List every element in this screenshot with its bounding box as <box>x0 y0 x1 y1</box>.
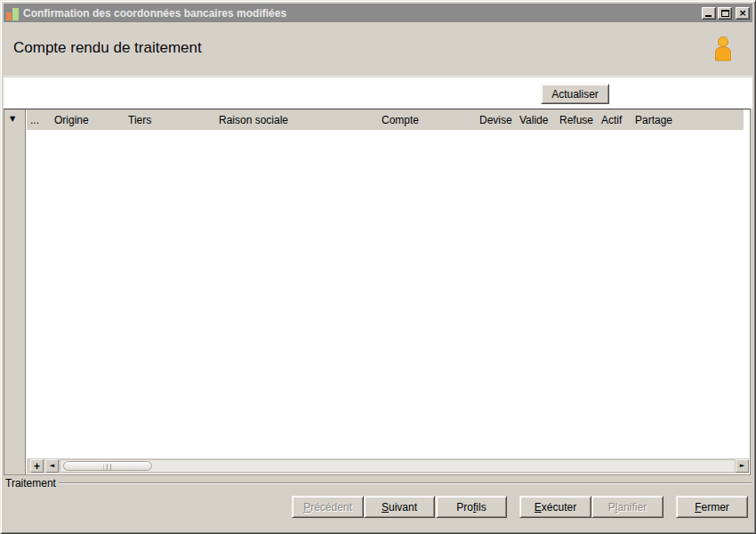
window-controls: × <box>702 7 750 20</box>
close-icon: × <box>738 8 746 18</box>
refresh-button[interactable]: Actualiser <box>541 84 609 104</box>
button-label: anifier <box>618 501 647 514</box>
dialog-window: Confirmation des coordonnées bancaires m… <box>0 0 756 534</box>
window-title: Confirmation des coordonnées bancaires m… <box>23 7 702 20</box>
column-header-origine[interactable]: Origine <box>54 114 89 126</box>
column-header-tiers[interactable]: Tiers <box>128 114 151 126</box>
scroll-right-button[interactable]: ► <box>736 459 749 473</box>
scroll-right-icon: ► <box>740 463 744 469</box>
minimize-icon <box>705 15 712 17</box>
maximize-button[interactable] <box>718 7 732 20</box>
column-header-compte[interactable]: Compte <box>382 114 419 126</box>
header-band: Compte rendu de traitement <box>4 22 752 77</box>
app-icon-orange-bar <box>6 12 12 20</box>
column-header-valide[interactable]: Valide <box>519 114 548 126</box>
traitement-group: Traitement <box>4 475 752 490</box>
button-label: ils <box>476 501 486 514</box>
column-header-raison-sociale[interactable]: Raison sociale <box>219 114 288 126</box>
titlebar: Confirmation des coordonnées bancaires m… <box>4 4 752 22</box>
page-title: Compte rendu de traitement <box>13 39 202 57</box>
button-label: P <box>608 501 615 514</box>
scrollbar-grip-icon <box>104 464 112 470</box>
group-divider <box>59 482 752 483</box>
button-label: récédent <box>310 501 352 514</box>
button-label: Pro <box>456 501 473 514</box>
filter-dropdown-icon[interactable]: ▼ <box>10 116 15 123</box>
results-table: ▼ ... Origine Tiers Raison sociale Compt… <box>4 109 751 475</box>
column-header-ellipsis[interactable]: ... <box>30 114 39 126</box>
column-header-refuse[interactable]: Refuse <box>559 114 593 126</box>
precedent-button[interactable]: Précédent <box>292 496 364 518</box>
row-selector-gutter: ▼ <box>4 109 26 474</box>
scrollbar-thumb[interactable] <box>63 461 152 471</box>
traitement-label: Traitement <box>5 477 56 490</box>
app-icon-green-bar <box>12 8 19 20</box>
suivant-button[interactable]: Suivant <box>364 496 435 518</box>
button-accelerator: F <box>695 501 701 514</box>
footer-button-bar: Précédent Suivant Profils Exécuter Plani… <box>4 490 752 530</box>
minimize-button[interactable] <box>702 7 716 20</box>
app-icon <box>6 6 19 20</box>
table-header-row: ... Origine Tiers Raison sociale Compte … <box>27 109 744 130</box>
table-body <box>27 130 750 457</box>
column-header-actif[interactable]: Actif <box>601 114 622 126</box>
button-accelerator: E <box>535 501 542 514</box>
button-label: xécuter <box>542 501 576 514</box>
maximize-icon <box>721 10 729 17</box>
scroll-left-icon: ◄ <box>50 463 54 469</box>
toolbar: Actualiser <box>4 77 752 109</box>
button-accelerator: S <box>382 501 389 514</box>
table-scroll-row: + ◄ ► <box>27 458 749 473</box>
add-row-button[interactable]: + <box>30 459 44 473</box>
scroll-left-button[interactable]: ◄ <box>45 459 59 473</box>
executer-button[interactable]: Exécuter <box>519 496 591 518</box>
planifier-button[interactable]: Planifier <box>591 496 664 518</box>
button-label: uivant <box>389 501 417 514</box>
column-header-devise[interactable]: Devise <box>479 114 512 126</box>
profils-button[interactable]: Profils <box>436 496 507 518</box>
close-button[interactable]: × <box>736 7 750 20</box>
button-label: ermer <box>702 501 729 514</box>
horizontal-scrollbar[interactable] <box>60 459 736 473</box>
button-accelerator: P <box>303 501 310 514</box>
fermer-button[interactable]: Fermer <box>676 496 748 518</box>
person-icon <box>712 36 735 61</box>
column-header-partage[interactable]: Partage <box>635 114 672 126</box>
